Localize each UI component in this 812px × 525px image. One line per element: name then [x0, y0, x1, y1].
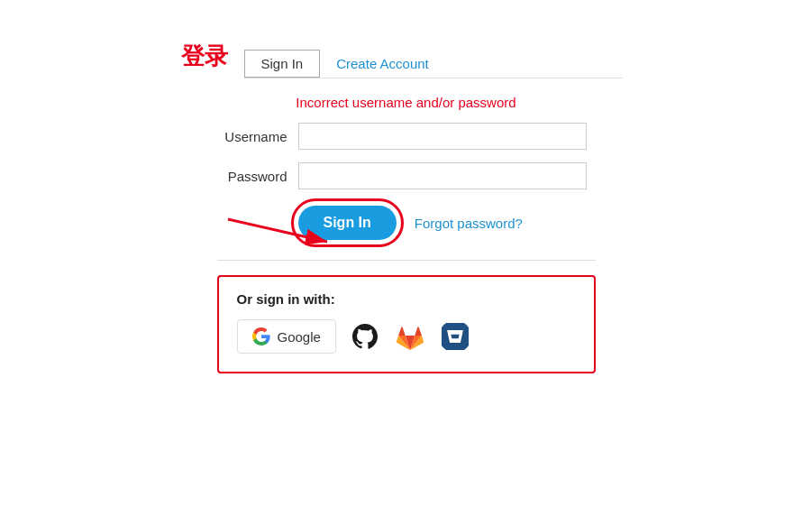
bitbucket-icon	[442, 323, 469, 350]
google-signin-button[interactable]: Google	[237, 319, 336, 354]
actions-row: Sign In Forgot password?	[217, 206, 623, 240]
username-row: Username	[217, 123, 623, 150]
forgot-password-link[interactable]: Forgot password?	[415, 216, 523, 231]
tab-create-account[interactable]: Create Account	[327, 51, 438, 77]
social-login-box: Or sign in with: Google	[217, 275, 596, 373]
divider	[217, 260, 596, 261]
svg-rect-2	[442, 323, 469, 350]
signin-button[interactable]: Sign In	[298, 206, 397, 240]
github-signin-button[interactable]	[349, 320, 381, 353]
github-icon	[351, 322, 379, 351]
google-label: Google	[278, 329, 321, 345]
social-title: Or sign in with:	[237, 291, 576, 307]
gitlab-signin-button[interactable]	[394, 320, 426, 353]
error-message: Incorrect username and/or password	[190, 95, 623, 110]
tabs-row: Sign In Create Account	[244, 50, 623, 78]
password-label: Password	[217, 169, 298, 184]
social-buttons: Google	[237, 319, 576, 354]
username-label: Username	[217, 129, 298, 144]
password-input[interactable]	[298, 162, 587, 189]
form-fields: Username Password	[217, 123, 623, 189]
gitlab-icon	[395, 321, 425, 352]
username-input[interactable]	[298, 123, 587, 150]
chinese-annotation: 登录	[181, 41, 228, 72]
password-row: Password	[217, 162, 623, 189]
tab-signin[interactable]: Sign In	[244, 50, 321, 78]
bitbucket-signin-button[interactable]	[439, 320, 471, 353]
google-icon	[252, 327, 270, 345]
